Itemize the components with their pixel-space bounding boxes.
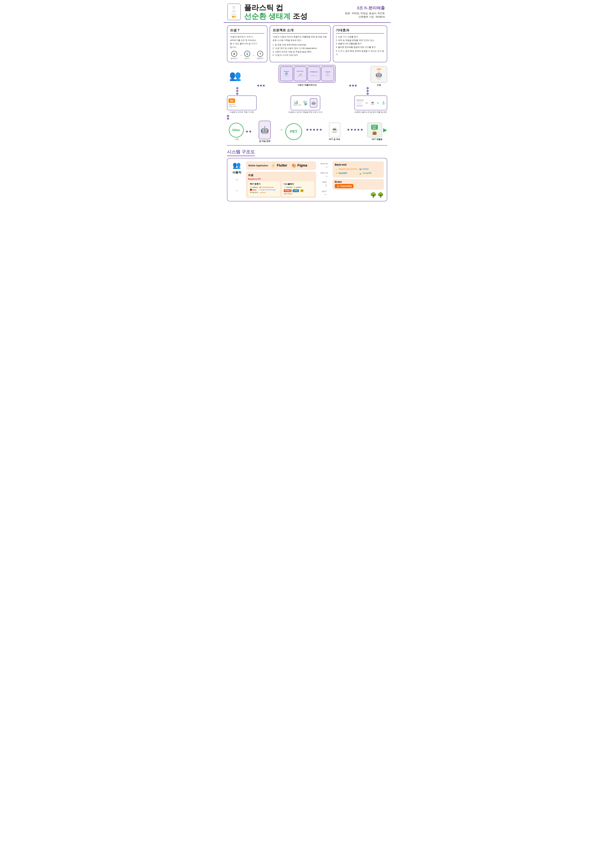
- flow-dashes-1: [243, 85, 279, 87]
- point-vis-label: 쓰샘에서 포인트 적립 가시화: [230, 111, 253, 113]
- decorative-trees: 🌳 🌳: [332, 192, 384, 198]
- broker-box: Broker 🐰 RabbitMQ: [332, 179, 384, 190]
- css-badge: CSS3: [293, 189, 299, 192]
- aws-item: ☁️ amazon web services: [335, 167, 358, 170]
- pet-circle: PET: [285, 123, 302, 140]
- pet-circle-container: PET: [285, 123, 302, 140]
- ssam-icons: 🗑 분리하기 → 💧 비우기 → 🚿 세척하기: [230, 51, 264, 60]
- backend-box: Back-end ☁️ amazon web services 🐳 docker…: [332, 161, 384, 178]
- effect-title: 기대효과: [336, 28, 384, 34]
- separation-label: 쓰샘에서 플라스틱 컵 분리 배출 및 세척: [354, 111, 387, 113]
- ssam-machine: T3쌤 🤖 ⬜⬜ 쓰샘: [371, 66, 387, 87]
- material-dashes-2: [343, 129, 367, 134]
- mqtt-label: MQTT: [322, 191, 327, 192]
- rest-api-1: REST API: [321, 163, 328, 165]
- ecobag: ECOBAG 👜 ▶ PET 재활용: [367, 122, 387, 141]
- gcs-tech: ☁️ Google Cloud Storage: [258, 189, 276, 191]
- material-section: Other ↙ 반환 🤖 컵 재질 분류 → PET: [224, 115, 391, 143]
- ecobag-label: PET 재활용: [372, 138, 382, 141]
- material-dashes: [302, 129, 326, 134]
- fastapi2-tech: ⚡ FastAPI: [284, 186, 292, 188]
- rabbitmq-badge: 🐰 RabbitMQ: [335, 184, 354, 188]
- system-diagram: 👥 사용자 → → Mobile Application ⚡ Flutter 🎨…: [227, 158, 387, 202]
- ssam-inner: PET 분류기 🐍 python 🔶 TensorFlowLite 🅺 Kera…: [248, 181, 314, 196]
- display-box: 디스플레이 ⚡ FastAPI 🐍 python HTML5 CSS3 JS w…: [282, 181, 314, 196]
- pet-cup-label: PET 컵 적재: [329, 138, 340, 141]
- raspberry-label: Raspberry Pi®: [248, 178, 314, 180]
- app-label: 사용자 애플리케이션: [298, 84, 316, 87]
- html-badge: HTML5: [284, 189, 291, 192]
- barcode-rec: 📊 바코드 인식 📡 🤖 쓰샘에서 포인트 적립을 위한 바코드 인식: [288, 96, 323, 113]
- flow-dashes-2: [336, 85, 371, 87]
- phone-shop: 이용내역 🛒 포인트샵: [321, 67, 334, 81]
- effect-box: 기대효과 1. 쓰샘 기기 사용률 증가 2. 세척 및 재질별 분류를 위한 …: [333, 25, 387, 62]
- section-divider: [227, 145, 387, 146]
- system-left: 👥 사용자 → →: [230, 161, 243, 198]
- sklearn-tech: 📊 learn: [260, 192, 266, 194]
- pet-classifier: PET 분류기 🐍 python 🔶 TensorFlowLite 🅺 Kera…: [248, 181, 280, 196]
- app-screenshots: INOBUS 🗺️ 지도보기 바코드 찍기 📊 지금이 가게 추천할포인트 📈 …: [279, 65, 336, 87]
- ssam-desc: '쓰샘'은 분리하기, 비우기, 세척하기를 모두 한 자리에서 할 수 있는 …: [230, 35, 264, 49]
- backend-tech-grid: ☁️ amazon web services 🐳 docker ⚡ FastAP…: [335, 167, 381, 175]
- ssam-icon-empty: 💧 비우기: [244, 51, 250, 60]
- flutter-badge: ⚡ Flutter: [271, 163, 287, 168]
- phone-map: INOBUS 🗺️ 지도보기: [280, 67, 293, 81]
- system-middle: Mobile Application ⚡ Flutter 🎨 Figma 쓰샘 …: [246, 161, 316, 198]
- backend-label: Back-end: [335, 163, 381, 166]
- system-title: 시스템 구조도: [227, 149, 255, 156]
- keras-tech: 🅺 Keras: [250, 189, 257, 191]
- system-user-label: 사용자: [233, 170, 241, 175]
- header-title: 플라스틱 컵 선순환 생태계 조성: [244, 3, 345, 20]
- fastapi-item: ⚡ FastAPI: [335, 172, 358, 175]
- rest-api-2: REST API: [321, 172, 328, 174]
- effect-items: 1. 쓰샘 기기 사용률 증가 2. 세척 및 재질별 분류를 위한 인건비 감…: [336, 35, 384, 56]
- other-circle: Other: [229, 123, 243, 138]
- python2-tech: 🐍 python: [293, 186, 302, 188]
- phone-recommend: 추천할포인트 📈 행복한포인트: [307, 67, 321, 81]
- classify-label: 컵 재질 분류: [259, 140, 270, 143]
- intro-section: 쓰샘 ? '쓰샘'은 분리하기, 비우기, 세척하기를 모두 한 자리에서 할 …: [224, 25, 391, 62]
- system-section: 시스템 구조도 👥 사용자 → → Mobile Application ⚡ F…: [224, 147, 391, 205]
- system-right: Back-end ☁️ amazon web services 🐳 docker…: [332, 161, 384, 198]
- ssam-icon-separate: 🗑 분리하기: [231, 51, 237, 60]
- project-box: 프로젝트 소개 '쓰샘'의 사용성 개선과 효율적인 재활용을 위한 컵 재질 …: [270, 25, 331, 62]
- material-row: Other ↙ 반환 🤖 컵 재질 분류 → PET: [227, 121, 387, 143]
- separation: ← ☕ ← 🧴 쓰샘에서 플라스틱 컵 분리 배출 및 세척: [354, 96, 387, 113]
- header: PET🧴 FromPlastictoResource 🟧🟨 플라스틱 컵 선순환…: [224, 0, 391, 23]
- ssam-title: 쓰샘 ?: [230, 28, 264, 34]
- ssam-system-label: 쓰샘: [248, 174, 314, 177]
- vertical-dashes: [227, 87, 387, 95]
- figma-badge: 🎨 Figma: [292, 163, 307, 168]
- mongodb-item: 🍃 mongoDB: [359, 172, 381, 175]
- team-members: 팀원 : 허태정, 박정섭, 동설아, 허민호 산학협력 기업 : INOBUS: [345, 11, 385, 19]
- system-arrows: REST API → REST API → AMQP ↕ MQTT →: [319, 161, 330, 198]
- flow-row1: 👥 INOBUS 🗺️ 지도보기 바코드 찍기 📊 지금이 가게: [227, 65, 387, 87]
- ssam-system-box: 쓰샘 Raspberry Pi® PET 분류기 🐍 python 🔶 Tens…: [246, 172, 316, 198]
- opencv-tech: 👁 OpenCV: [250, 192, 259, 194]
- ssam-box: 쓰샘 ? '쓰샘'은 분리하기, 비우기, 세척하기를 모두 한 자리에서 할 …: [227, 25, 267, 62]
- amqp-label: AMQP: [322, 181, 327, 183]
- main-title: 플라스틱 컵 선순환 생태계 조성: [244, 3, 345, 20]
- header-right: 3조 K-분리배출 팀원 : 허태정, 박정섭, 동설아, 허민호 산학협력 기…: [345, 5, 385, 19]
- project-desc: '쓰샘'의 사용성 개선과 효율적인 재활용을 위한 컵 재질 자동 분류 시스…: [273, 35, 328, 42]
- tf-tech: 🔶 TensorFlowLite: [259, 186, 274, 188]
- classify-machine: 🤖 컵 재질 분류: [253, 121, 277, 143]
- flow-row2: 5p 쓰샘 포인트영수증 이미지 쓰샘에서 포인트 적립 가시화 📊 바코드 인…: [227, 96, 387, 113]
- mobile-label: Mobile Application: [248, 164, 268, 167]
- other-circle-container: Other ↙ 반환: [227, 123, 245, 141]
- websocket-label: web-socket: [284, 193, 312, 195]
- js-badge: JS: [300, 189, 304, 192]
- barcode-label: 쓰샘에서 포인트 적립을 위한 바코드 인식: [288, 111, 323, 113]
- pet-cup: ☕ PET 컵 적재: [326, 122, 343, 141]
- phone-barcode: 바코드 찍기 📊 지금이 가게: [294, 67, 307, 81]
- broker-label: Broker: [335, 181, 381, 183]
- header-logo: PET🧴 FromPlastictoResource 🟧🟨: [227, 3, 241, 20]
- user-flow-icon: 👥: [227, 71, 243, 81]
- ssam-label: 쓰샘: [377, 84, 381, 87]
- python-tech: 🐍 python: [250, 186, 258, 188]
- ssam-icon-wash: 🚿 세척하기: [257, 51, 264, 60]
- project-title: 프로젝트 소개: [273, 28, 328, 34]
- flow-diagram: 👥 INOBUS 🗺️ 지도보기 바코드 찍기 📊 지금이 가게: [224, 65, 391, 113]
- project-items: 1. 컵 재질 자동 분류 (Deep Learning) 2. '쓰샘' 위치…: [273, 43, 328, 57]
- team-name: 3조 K-분리배출: [345, 5, 385, 11]
